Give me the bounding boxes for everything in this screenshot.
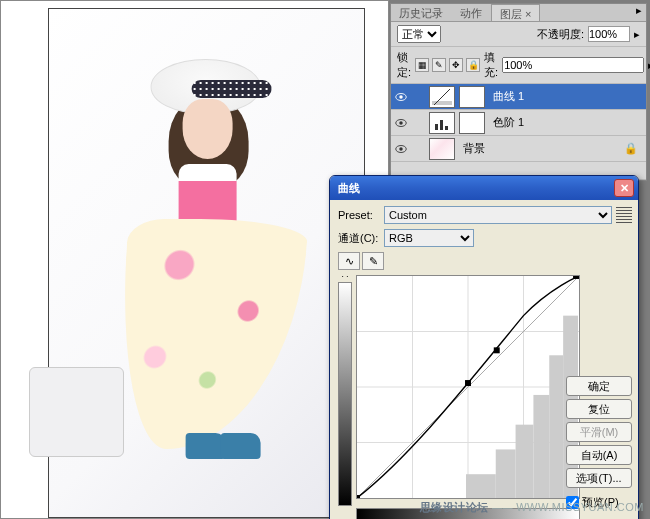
watermark: 思缘设计论坛 —— WWW.MISSYUAN.COM xyxy=(420,500,644,515)
cancel-button[interactable]: 复位 xyxy=(566,399,632,419)
svg-rect-13 xyxy=(496,449,516,498)
channel-select[interactable]: RGB xyxy=(384,229,474,247)
preset-label: Preset: xyxy=(338,209,380,221)
tab-layers[interactable]: 图层 × xyxy=(491,4,540,21)
fill-label: 填充: xyxy=(484,50,498,80)
lock-icons: ▦ ✎ ✥ 🔒 xyxy=(415,58,480,72)
lock-all-icon[interactable]: 🔒 xyxy=(466,58,480,72)
svg-rect-12 xyxy=(466,474,496,498)
preset-menu-icon[interactable] xyxy=(616,207,632,223)
layer-mask-thumb xyxy=(459,86,485,108)
auto-button[interactable]: 自动(A) xyxy=(566,445,632,465)
layers-panel: 历史记录 动作 图层 × ▸ 正常 不透明度: ▸ 锁定: ▦ ✎ ✥ 🔒 填充… xyxy=(390,3,647,181)
lock-transparency-icon[interactable]: ▦ xyxy=(415,58,429,72)
output-axis-label: 输出: xyxy=(338,275,352,278)
visibility-icon[interactable] xyxy=(393,115,409,131)
suitcase-graphic xyxy=(29,367,124,457)
layer-row-curves[interactable]: 曲线 1 xyxy=(391,84,646,110)
layer-name: 色阶 1 xyxy=(493,115,524,130)
svg-rect-14 xyxy=(516,425,534,498)
tab-actions[interactable]: 动作 xyxy=(452,4,491,21)
curves-dialog: 曲线 ✕ Preset: Custom 通道(C): RGB ∿ ✎ 输出: xyxy=(329,175,639,519)
lock-label: 锁定: xyxy=(397,50,411,80)
channel-label: 通道(C): xyxy=(338,231,380,246)
ok-button[interactable]: 确定 xyxy=(566,376,632,396)
dialog-title: 曲线 xyxy=(338,181,360,196)
fill-input[interactable] xyxy=(502,57,644,73)
layer-name: 背景 xyxy=(463,141,485,156)
svg-rect-19 xyxy=(357,495,360,498)
smooth-button[interactable]: 平滑(M) xyxy=(566,422,632,442)
layer-mask-thumb xyxy=(459,112,485,134)
visibility-icon[interactable] xyxy=(393,89,409,105)
close-icon[interactable]: ✕ xyxy=(614,179,634,197)
opacity-label: 不透明度: xyxy=(537,27,584,42)
svg-rect-21 xyxy=(494,347,500,353)
preset-select[interactable]: Custom xyxy=(384,206,612,224)
tab-history[interactable]: 历史记录 xyxy=(391,4,452,21)
figure-graphic xyxy=(120,59,300,459)
lock-position-icon[interactable]: ✥ xyxy=(449,58,463,72)
lock-icon: 🔒 xyxy=(624,142,638,155)
panel-tabs: 历史记录 动作 图层 × ▸ xyxy=(391,4,646,22)
layer-row-background[interactable]: 背景 🔒 xyxy=(391,136,646,162)
opacity-input[interactable] xyxy=(588,26,630,42)
layer-name: 曲线 1 xyxy=(493,89,524,104)
layer-thumb-image xyxy=(429,138,455,160)
layer-row-levels[interactable]: 色阶 1 xyxy=(391,110,646,136)
layer-thumb-curves-icon xyxy=(429,86,455,108)
canvas-image xyxy=(48,8,365,518)
svg-rect-15 xyxy=(533,395,549,498)
curve-tool-buttons: ∿ ✎ xyxy=(338,252,384,270)
opacity-arrow-icon[interactable]: ▸ xyxy=(634,28,640,41)
curve-tool-point-icon[interactable]: ∿ xyxy=(338,252,360,270)
output-gradient xyxy=(338,282,352,506)
svg-rect-20 xyxy=(465,380,471,386)
visibility-icon[interactable] xyxy=(393,141,409,157)
blend-mode-select[interactable]: 正常 xyxy=(397,25,441,43)
svg-point-1 xyxy=(399,95,403,99)
svg-point-5 xyxy=(399,147,403,151)
layer-thumb-levels-icon xyxy=(429,112,455,134)
options-button[interactable]: 选项(T)... xyxy=(566,468,632,488)
panel-menu-icon[interactable]: ▸ xyxy=(632,4,646,21)
svg-rect-16 xyxy=(549,355,563,498)
svg-point-3 xyxy=(399,121,403,125)
dialog-titlebar[interactable]: 曲线 ✕ xyxy=(330,176,638,200)
svg-rect-22 xyxy=(573,276,579,279)
curve-tool-pencil-icon[interactable]: ✎ xyxy=(362,252,384,270)
lock-pixels-icon[interactable]: ✎ xyxy=(432,58,446,72)
curve-graph[interactable] xyxy=(356,275,580,499)
